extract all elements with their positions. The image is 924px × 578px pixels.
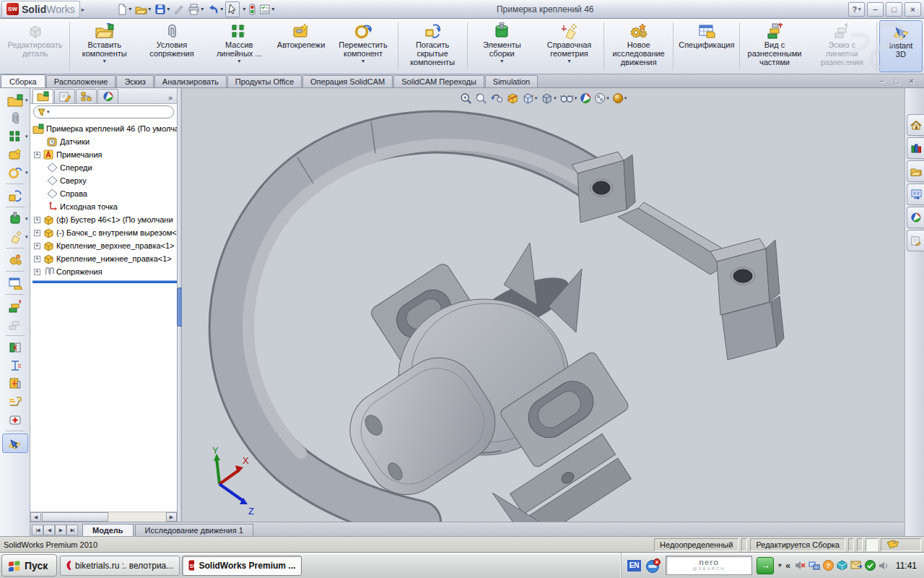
expand-toggle[interactable]: + xyxy=(34,152,40,158)
app-logo[interactable]: SW SolidWorks xyxy=(1,1,80,18)
nav-prev-button[interactable]: ◀ xyxy=(43,525,55,535)
configuration-manager-tab[interactable] xyxy=(76,89,97,103)
tree-root[interactable]: Примерка креплений 46 (По умолча xyxy=(32,122,177,135)
expand-toggle[interactable]: + xyxy=(34,269,40,275)
lt-assembly-visualization[interactable] xyxy=(3,374,27,392)
panel-horizontal-scrollbar[interactable]: ◀ ▶ xyxy=(30,512,177,522)
view-orientation-button[interactable]: ▾ xyxy=(521,92,538,105)
network-computers-icon[interactable] xyxy=(808,561,820,571)
lt-show-hidden-components[interactable] xyxy=(3,186,27,204)
tree-item-right-plane[interactable]: Справа xyxy=(32,187,177,200)
sketch-entity-button[interactable] xyxy=(172,2,186,17)
custom-properties-tab[interactable] xyxy=(907,230,924,251)
lt-dimension-check[interactable] xyxy=(3,356,27,374)
ribbon-exploded-view[interactable]: Вид с разнесенными частями xyxy=(741,19,808,74)
select-dropdown[interactable]: ▾ xyxy=(240,2,247,17)
ribbon-new-motion-study[interactable]: Новое исследование движения xyxy=(605,19,672,74)
home-tab[interactable] xyxy=(907,114,924,136)
previous-view-button[interactable] xyxy=(490,92,503,105)
taskbar-item-solidworks[interactable]: SW SolidWorks Premium ... xyxy=(182,556,302,576)
motion-study-tab[interactable]: Исследование движения 1 xyxy=(135,524,253,536)
rollback-bar[interactable] xyxy=(32,280,177,283)
ribbon-smart-fasteners[interactable]: Автокрепежи xyxy=(273,19,329,74)
ribbon-bill-of-materials[interactable]: Спецификация xyxy=(674,19,738,74)
start-button[interactable]: Пуск xyxy=(1,554,57,577)
lt-interference-detection[interactable] xyxy=(3,338,27,356)
lt-design-checker[interactable] xyxy=(3,410,27,428)
lt-performance-evaluation[interactable] xyxy=(3,392,27,410)
scroll-thumb[interactable] xyxy=(42,512,108,522)
language-indicator[interactable]: EN xyxy=(627,560,641,571)
tree-item-mount-upper[interactable]: + Крепление_верхнее_правка<1> xyxy=(32,239,177,252)
close-button[interactable]: × xyxy=(905,2,921,17)
tab-assembly[interactable]: Сборка xyxy=(1,74,45,87)
tab-office-products[interactable]: Продукты Office xyxy=(227,75,302,87)
ribbon-show-hidden-components[interactable]: Погасить скрытые компоненты xyxy=(399,19,466,74)
view-settings-button[interactable]: ▾ xyxy=(612,92,627,105)
section-view-button[interactable] xyxy=(506,92,518,105)
lt-assembly-features[interactable]: ▾ xyxy=(3,210,27,228)
status-help-indicator[interactable] xyxy=(866,538,878,551)
taskbar-item-opera[interactable]: biketrials.ru :. велотриа... xyxy=(60,556,180,576)
arm-part[interactable] xyxy=(572,152,784,360)
print-button[interactable]: ▾ xyxy=(186,2,205,17)
scroll-left-button[interactable]: ◀ xyxy=(30,512,41,522)
open-button[interactable]: ▾ xyxy=(134,2,152,17)
lt-move-component[interactable]: ▾ xyxy=(3,163,27,181)
tree-item-tank[interactable]: + (-) Бачок_с внутреним вырезом< xyxy=(32,226,177,239)
restore-button[interactable]: □ xyxy=(886,2,902,17)
volume-muted-icon[interactable] xyxy=(795,560,806,571)
tree-item-top-plane[interactable]: Сверху xyxy=(32,174,177,187)
volume-icon[interactable] xyxy=(879,561,889,571)
lt-linear-pattern[interactable]: ▾ xyxy=(3,127,27,145)
doc-minimize-button[interactable]: – xyxy=(880,77,884,85)
apply-scene-button[interactable]: ▾ xyxy=(594,92,609,105)
tab-evaluate[interactable]: Анализировать xyxy=(154,75,227,87)
tab-solidcam-operation[interactable]: Операция SolidCAM xyxy=(302,75,393,87)
panel-flyout-chevron[interactable]: » xyxy=(168,93,175,103)
graphics-viewport[interactable]: ▾ ▾ ▾ ▾ ▾ xyxy=(182,88,905,522)
mail-icon[interactable] xyxy=(850,561,862,570)
lt-insert-components[interactable]: ▾ xyxy=(3,91,27,109)
save-button[interactable]: ▾ xyxy=(153,2,171,17)
nav-last-button[interactable]: ▶| xyxy=(66,525,78,535)
view-palette-tab[interactable] xyxy=(907,184,924,205)
ribbon-mate[interactable]: Условия сопряжения xyxy=(138,19,205,74)
updates-icon[interactable]: ? xyxy=(823,560,834,571)
tree-item-front-plane[interactable]: Спереди xyxy=(32,161,177,174)
nero-search-box[interactable]: nero @SEARCH xyxy=(666,556,752,575)
display-style-button[interactable]: ▾ xyxy=(540,92,557,105)
lt-motion-study[interactable] xyxy=(3,251,27,269)
expand-toggle[interactable]: + xyxy=(34,230,40,236)
tab-simulation[interactable]: Simulation xyxy=(485,75,538,87)
booster-part[interactable] xyxy=(334,243,631,522)
ribbon-move-component[interactable]: Переместить компонент ▾ xyxy=(329,19,396,74)
antivirus-ok-icon[interactable] xyxy=(865,560,876,571)
tree-item-origin[interactable]: Исходная точка xyxy=(32,200,177,213)
expand-toggle[interactable]: + xyxy=(34,243,40,249)
ribbon-linear-pattern[interactable]: Массив линейных ... ▾ xyxy=(206,19,273,74)
zoom-to-fit-button[interactable] xyxy=(460,92,472,105)
file-explorer-tab[interactable] xyxy=(907,160,924,182)
search-dropdown[interactable]: ▾ xyxy=(778,562,781,569)
hide-show-items-button[interactable]: ▾ xyxy=(559,92,578,105)
ribbon-insert-components[interactable]: Вставить компоненты ▾ xyxy=(71,19,138,74)
help-button[interactable]: ?▾ xyxy=(848,2,865,17)
tab-layout[interactable]: Расположение xyxy=(46,75,116,87)
undo-button[interactable]: ▾ xyxy=(206,2,225,17)
scroll-right-button[interactable]: ▶ xyxy=(166,512,177,522)
ribbon-reference-geometry[interactable]: Справочная геометрия ▾ xyxy=(536,19,603,74)
ribbon-assembly-features[interactable]: Элементы сборки ▾ xyxy=(468,19,536,74)
tree-item-mount-lower[interactable]: + Крепление_нижнее_правка<1> xyxy=(32,252,177,265)
model-tab[interactable]: Модель xyxy=(82,524,134,536)
display-manager-tab[interactable] xyxy=(97,89,118,103)
lt-instant-3d[interactable] xyxy=(2,434,28,453)
lt-reference-geometry[interactable]: ▾ xyxy=(3,228,27,246)
ribbon-edit-part[interactable]: Редактировать деталь xyxy=(1,19,69,74)
minimize-button[interactable]: – xyxy=(867,2,884,17)
network-status-icon[interactable] xyxy=(645,558,661,573)
doc-close-button[interactable]: × xyxy=(910,77,914,85)
options-button[interactable]: ▾ xyxy=(258,2,276,17)
tree-item-sensors[interactable]: Датчики xyxy=(32,135,177,148)
lt-explode-line-sketch[interactable] xyxy=(3,315,27,333)
